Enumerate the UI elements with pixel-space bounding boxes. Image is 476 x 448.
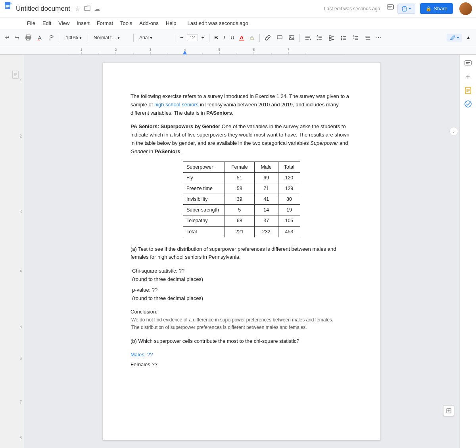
spellcheck-button[interactable] (35, 33, 45, 42)
topbar: Untitled document ☆ ☁ Last edit was seco… (0, 0, 476, 17)
pvalue-sub: (round to three decimal places) (132, 294, 353, 303)
svg-text:3.: 3. (353, 38, 355, 40)
redo-button[interactable]: ↪ (13, 33, 21, 42)
table-cell: 71 (254, 183, 278, 194)
table-cell: 232 (254, 226, 278, 237)
svg-point-35 (341, 39, 342, 40)
image-button[interactable] (286, 33, 297, 42)
document-title[interactable]: Untitled document (16, 5, 70, 13)
numbered-list-button[interactable]: 1.2.3. (350, 33, 361, 42)
paint-format-button[interactable] (47, 33, 57, 42)
new-button[interactable]: ▾ (397, 4, 415, 14)
margin-num-2: 2 (19, 134, 22, 138)
cloud-icon[interactable]: ☁ (94, 6, 100, 12)
svg-rect-29 (329, 38, 331, 40)
table-cell: 39 (225, 194, 254, 204)
link-button[interactable] (263, 33, 273, 42)
print-button[interactable] (23, 33, 33, 42)
checklist-button[interactable] (326, 33, 337, 42)
comment-icon[interactable] (386, 4, 394, 13)
menu-insert[interactable]: Insert (73, 19, 93, 27)
toolbar-separator-1 (60, 34, 60, 42)
males-answer: Males: ?? (131, 351, 353, 359)
bold-button[interactable]: B (212, 33, 220, 42)
svg-text:5: 5 (218, 48, 220, 52)
table-cell: 37 (254, 215, 278, 226)
align-button[interactable] (303, 34, 313, 42)
toolbar-separator-6 (259, 34, 260, 42)
paragraph-1: The following exercise refers to a surve… (131, 92, 353, 117)
font-size-increase[interactable]: + (200, 33, 207, 42)
menu-format[interactable]: Format (94, 19, 116, 27)
add-icon: ⊞ (446, 406, 452, 415)
panel-collapse-button[interactable]: › (449, 127, 458, 136)
table-row: Invisibility394180 (183, 194, 300, 204)
underline-button[interactable]: U (228, 33, 236, 42)
font-size-input[interactable] (187, 34, 198, 41)
left-margin: 1 2 3 4 5 6 7 8 9 10 (0, 55, 24, 448)
menu-view[interactable]: View (55, 19, 73, 27)
svg-rect-12 (27, 38, 30, 40)
table-cell: Freeze time (183, 183, 225, 194)
svg-marker-46 (365, 37, 366, 38)
sidebar-add-icon[interactable]: + (463, 71, 474, 83)
linespacing-button[interactable] (315, 33, 325, 42)
svg-rect-3 (6, 6, 10, 7)
col-total: Total (278, 162, 300, 172)
conclusion-option2: The distribution of superpower preferenc… (131, 324, 353, 331)
document-area[interactable]: The following exercise refers to a surve… (24, 55, 459, 448)
table-row: Super strength51419 (183, 204, 300, 215)
avatar[interactable] (459, 2, 472, 15)
undo-button[interactable]: ↩ (3, 33, 12, 42)
highlight-button[interactable] (247, 34, 257, 42)
sidebar-notes-icon[interactable] (463, 85, 474, 96)
new-btn-chevron: ▾ (409, 6, 411, 11)
table-cell: 80 (278, 194, 300, 204)
svg-marker-23 (310, 38, 311, 40)
menu-file[interactable]: File (24, 19, 38, 27)
share-button[interactable]: 🔒 Share (420, 3, 453, 14)
menu-tools[interactable]: Tools (117, 19, 135, 27)
svg-rect-2 (6, 5, 10, 6)
para2-italic-gender: Gender (131, 148, 148, 154)
bullets-button[interactable] (338, 33, 349, 42)
para2-in: in (148, 148, 154, 154)
margin-num-6: 6 (19, 356, 22, 361)
style-dropdown[interactable]: Normal t… ▾ (91, 34, 131, 42)
margin-num-8: 8 (19, 436, 22, 440)
svg-text:3: 3 (149, 48, 151, 52)
sidebar-tasks-icon[interactable] (463, 98, 474, 110)
zoom-dropdown[interactable]: 100% ▾ (63, 34, 85, 42)
star-icon[interactable]: ☆ (75, 5, 80, 12)
svg-text:1: 1 (80, 48, 82, 52)
sidebar-comments-icon[interactable] (463, 58, 474, 69)
toolbar: ↩ ↪ 100% ▾ Normal t… ▾ Arial ▾ − + B I U… (0, 29, 476, 46)
table-row: Freeze time5871129 (183, 183, 300, 194)
menubar: File Edit View Insert Format Tools Add-o… (0, 17, 476, 29)
para1-highschool: high school seniors (154, 102, 198, 108)
lock-icon: 🔒 (426, 6, 432, 12)
font-dropdown[interactable]: Arial ▾ (136, 34, 172, 42)
table-cell: 41 (254, 194, 278, 204)
more-options-button[interactable]: ⋯ (374, 33, 383, 42)
menu-help[interactable]: Help (163, 19, 180, 27)
svg-rect-15 (251, 37, 253, 37)
menu-edit[interactable]: Edit (39, 19, 54, 27)
svg-text:2: 2 (115, 48, 117, 52)
add-note-button[interactable]: ⊞ (443, 405, 454, 416)
table-cell: Total (183, 226, 225, 237)
document-page: The following exercise refers to a surve… (103, 63, 380, 440)
font-size-decrease[interactable]: − (178, 33, 185, 42)
toolbar-collapse-button[interactable]: ▲ (464, 33, 473, 42)
editing-mode-button[interactable]: ▾ (447, 34, 462, 42)
para2-period: . (180, 148, 182, 154)
indent-button[interactable] (362, 34, 372, 42)
folder-icon[interactable] (84, 6, 90, 12)
menu-addons[interactable]: Add-ons (136, 19, 161, 27)
comment-toolbar-button[interactable] (274, 33, 285, 42)
italic-button[interactable]: I (222, 33, 227, 42)
chi-square-section: Chi-square statistic: ?? (round to three… (131, 267, 353, 284)
toolbar-separator-7 (299, 34, 300, 42)
text-color-button[interactable]: A (238, 33, 246, 42)
main-area: 1 2 3 4 5 6 7 8 9 10 The following exerc… (0, 55, 476, 448)
